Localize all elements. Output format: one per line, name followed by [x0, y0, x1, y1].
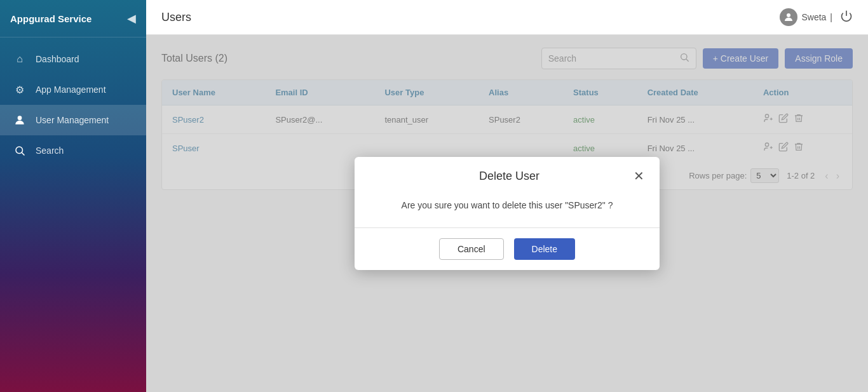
- sidebar-item-search-label: Search: [36, 145, 64, 156]
- sidebar-item-search[interactable]: Search: [0, 135, 146, 166]
- user-management-icon: [13, 113, 27, 127]
- sidebar: Appgurad Service ◀ ⌂ Dashboard ⚙ App Man…: [0, 0, 146, 392]
- sidebar-header: Appgurad Service ◀: [0, 0, 146, 37]
- sidebar-item-dashboard[interactable]: ⌂ Dashboard: [0, 44, 146, 74]
- topbar-right: Sweta |: [780, 8, 853, 26]
- app-management-icon: ⚙: [13, 83, 27, 97]
- dialog-close-button[interactable]: ✕: [634, 170, 644, 182]
- dialog-message: Are you sure you want to delete this use…: [375, 198, 639, 212]
- dialog-footer: Cancel Delete: [355, 227, 660, 270]
- page-title: Users: [161, 11, 191, 24]
- sidebar-item-app-management-label: App Management: [36, 84, 106, 95]
- sidebar-item-app-management[interactable]: ⚙ App Management: [0, 74, 146, 105]
- cancel-button[interactable]: Cancel: [439, 238, 504, 260]
- content-area: Total Users (2) + Create User Assign Rol…: [146, 35, 868, 392]
- user-info: Sweta |: [780, 8, 832, 26]
- svg-point-0: [18, 116, 22, 120]
- dialog-body: Are you sure you want to delete this use…: [355, 193, 660, 227]
- search-nav-icon: [13, 144, 27, 158]
- dashboard-icon: ⌂: [13, 52, 27, 66]
- sidebar-item-user-management-label: User Management: [36, 115, 109, 125]
- modal-overlay: Delete User ✕ Are you sure you want to d…: [146, 35, 868, 392]
- dialog-title: Delete User: [385, 170, 634, 183]
- topbar: Users Sweta |: [146, 0, 868, 35]
- sidebar-title: Appgurad Service: [10, 13, 92, 24]
- svg-point-3: [787, 13, 790, 17]
- svg-line-2: [22, 152, 24, 155]
- topbar-separator: |: [830, 12, 832, 22]
- power-icon[interactable]: [840, 10, 853, 25]
- sidebar-nav: ⌂ Dashboard ⚙ App Management User Manage…: [0, 37, 146, 166]
- delete-user-dialog: Delete User ✕ Are you sure you want to d…: [355, 157, 660, 270]
- user-name: Sweta: [801, 12, 826, 22]
- dialog-header: Delete User ✕: [355, 157, 660, 193]
- sidebar-toggle-button[interactable]: ◀: [127, 11, 136, 25]
- sidebar-item-user-management[interactable]: User Management: [0, 105, 146, 135]
- delete-button[interactable]: Delete: [514, 238, 575, 260]
- sidebar-item-dashboard-label: Dashboard: [36, 54, 79, 64]
- svg-point-1: [16, 147, 23, 154]
- user-avatar-icon: [780, 8, 797, 26]
- main-content: Users Sweta | Total Users (2): [146, 0, 868, 392]
